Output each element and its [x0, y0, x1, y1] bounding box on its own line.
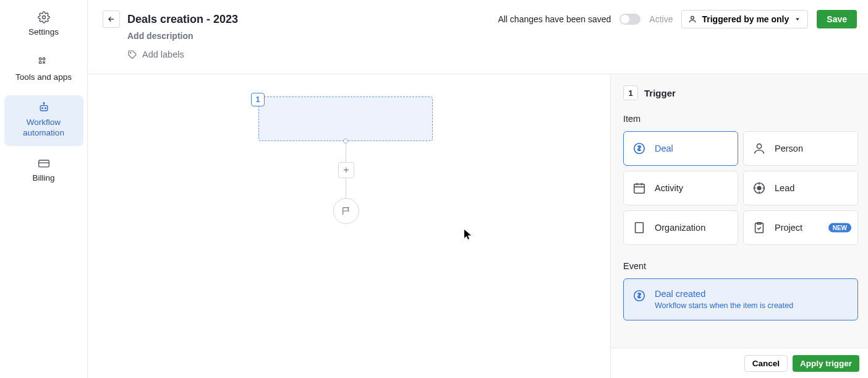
- trigger-panel: 1 Trigger Item Deal Person Activity Lead…: [610, 74, 868, 348]
- user-icon: [752, 142, 766, 155]
- item-card-project[interactable]: Project NEW: [743, 210, 858, 245]
- item-card-label: Lead: [775, 183, 794, 193]
- header: Deals creation - 2023 All changes have b…: [88, 0, 868, 74]
- item-card-label: Activity: [655, 183, 683, 193]
- active-label: Active: [649, 14, 673, 24]
- svg-rect-2: [43, 58, 45, 59]
- end-node: [333, 198, 359, 224]
- active-toggle[interactable]: [619, 14, 640, 25]
- item-card-label: Project: [775, 223, 802, 233]
- cursor-icon: [464, 229, 472, 240]
- svg-point-13: [130, 53, 131, 53]
- target-icon: [752, 181, 766, 195]
- connector-line: [346, 144, 346, 162]
- sidebar-item-tools[interactable]: Tools and apps: [4, 50, 83, 90]
- dropdown-label: Triggered by me only: [702, 14, 789, 24]
- sidebar: Settings Tools and apps Workflow automat…: [0, 0, 88, 378]
- item-section-label: Item: [623, 114, 858, 124]
- user-icon: [688, 15, 697, 24]
- clipboard-check-icon: [752, 221, 766, 234]
- svg-rect-26: [636, 223, 644, 233]
- svg-point-6: [45, 108, 46, 109]
- svg-rect-8: [38, 160, 49, 167]
- sidebar-item-label: Settings: [28, 27, 59, 38]
- apply-trigger-button[interactable]: Apply trigger: [793, 355, 859, 372]
- sidebar-item-label: Billing: [32, 173, 54, 184]
- flag-icon: [341, 206, 351, 216]
- svg-rect-1: [39, 58, 41, 59]
- event-card-title: Deal created: [655, 289, 793, 299]
- event-section-label: Event: [623, 261, 858, 271]
- save-status: All changes have been saved: [498, 14, 611, 24]
- item-card-label: Deal: [655, 144, 673, 153]
- svg-rect-3: [39, 61, 41, 63]
- triggered-by-dropdown[interactable]: Triggered by me only: [681, 10, 808, 28]
- svg-rect-4: [40, 105, 48, 110]
- cancel-button[interactable]: Cancel: [744, 355, 788, 372]
- tag-icon: [127, 49, 137, 59]
- svg-point-11: [691, 16, 694, 19]
- svg-point-5: [41, 108, 43, 109]
- building-icon: [632, 221, 646, 234]
- new-badge: NEW: [828, 223, 851, 233]
- svg-point-0: [42, 16, 45, 19]
- chevron-down-icon: [794, 15, 801, 23]
- calendar-icon: [632, 181, 646, 195]
- dollar-icon: [632, 142, 646, 155]
- add-description-link[interactable]: Add description: [127, 31, 194, 41]
- step-number-badge: 1: [251, 93, 265, 106]
- trigger-step-box[interactable]: [258, 97, 433, 141]
- item-card-label: Person: [775, 144, 803, 153]
- arrow-left-icon: [107, 15, 116, 24]
- wrench-icon: [38, 56, 50, 69]
- panel-step-badge: 1: [623, 85, 638, 100]
- svg-point-7: [43, 102, 45, 103]
- svg-marker-12: [796, 19, 799, 21]
- event-card-subtitle: Workflow starts when the item is created: [655, 301, 793, 310]
- svg-point-15: [757, 144, 761, 148]
- connector-line: [346, 178, 346, 198]
- svg-point-21: [757, 186, 761, 190]
- save-button[interactable]: Save: [817, 10, 857, 28]
- item-card-label: Organization: [655, 223, 705, 233]
- add-labels-link[interactable]: Add labels: [127, 49, 857, 59]
- connector-dot: [343, 139, 348, 144]
- sidebar-item-settings[interactable]: Settings: [4, 5, 83, 45]
- item-card-lead[interactable]: Lead: [743, 171, 858, 205]
- credit-card-icon: [38, 157, 50, 170]
- item-card-person[interactable]: Person: [743, 131, 858, 166]
- item-card-organization[interactable]: Organization: [623, 210, 738, 245]
- sidebar-item-billing[interactable]: Billing: [4, 151, 83, 191]
- sidebar-item-workflow[interactable]: Workflow automation: [4, 95, 83, 146]
- panel-title: Trigger: [644, 88, 676, 98]
- item-card-activity[interactable]: Activity: [623, 171, 738, 205]
- event-card-deal-created[interactable]: Deal created Workflow starts when the it…: [623, 278, 858, 320]
- panel-footer: Cancel Apply trigger: [610, 348, 868, 378]
- dollar-icon: [632, 289, 646, 303]
- add-labels-text: Add labels: [142, 49, 184, 59]
- item-card-deal[interactable]: Deal: [623, 131, 738, 166]
- sidebar-item-label: Workflow automation: [7, 118, 81, 139]
- page-title: Deals creation - 2023: [127, 13, 238, 26]
- robot-icon: [38, 101, 50, 114]
- sidebar-item-label: Tools and apps: [15, 72, 72, 83]
- gear-icon: [38, 11, 50, 24]
- add-step-button[interactable]: +: [338, 162, 354, 178]
- svg-rect-16: [634, 184, 645, 194]
- back-button[interactable]: [103, 11, 120, 28]
- workflow-canvas[interactable]: 1 +: [88, 74, 610, 378]
